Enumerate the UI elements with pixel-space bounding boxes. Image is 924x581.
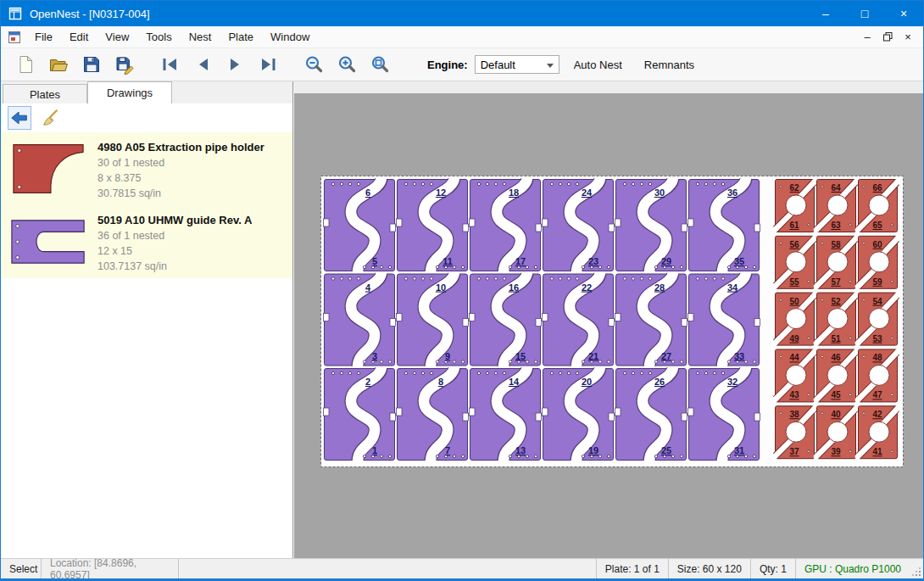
menu-window[interactable]: Window: [262, 27, 318, 47]
part-number: 30: [654, 187, 665, 198]
mdi-document-icon: [8, 31, 21, 44]
minimize-button[interactable]: –: [806, 1, 845, 26]
nest-cell-purple[interactable]: 1615: [470, 273, 542, 367]
zoom-out-button[interactable]: [303, 53, 325, 76]
nest-cell-red[interactable]: 5453: [858, 293, 898, 345]
part-number: 35: [734, 256, 744, 266]
next-plate-icon: [225, 54, 246, 75]
part-number: 32: [727, 377, 738, 387]
nest-cell-red[interactable]: 4645: [816, 349, 856, 402]
drawing-item-extraction-pipe-holder[interactable]: 4980 A05 Extraction pipe holder 30 of 1 …: [1, 132, 292, 205]
nav-last-button[interactable]: [258, 53, 280, 76]
nest-cell-purple[interactable]: 2625: [615, 367, 687, 461]
nest-cell-red[interactable]: 4847: [858, 349, 898, 402]
part-number: 60: [872, 240, 882, 249]
nest-cell-purple[interactable]: 3635: [688, 178, 760, 272]
nest-cell-red[interactable]: 5251: [816, 293, 856, 345]
menu-file[interactable]: File: [26, 27, 61, 47]
mdi-close-button[interactable]: ×: [898, 29, 918, 46]
clean-drawings-button[interactable]: [39, 106, 63, 130]
nest-cell-purple[interactable]: 21: [324, 367, 396, 461]
nest-cell-red[interactable]: 4443: [775, 349, 815, 402]
part-number: 27: [661, 351, 671, 361]
nest-cell-purple[interactable]: 3231: [688, 367, 760, 461]
drawing-item-uhmw-guide[interactable]: 5019 A10 UHMW guide Rev. A 36 of 1 neste…: [1, 205, 292, 278]
nest-cell-purple[interactable]: 3029: [615, 178, 687, 272]
part-number: 20: [582, 377, 592, 387]
part-number: 26: [654, 377, 665, 387]
save-button[interactable]: [81, 53, 103, 76]
menu-tools[interactable]: Tools: [137, 27, 180, 47]
drawing-nested-count: 36 of 1 nested: [97, 228, 252, 243]
status-plate: Plate: 1 of 1: [596, 559, 668, 578]
nav-prev-button[interactable]: [192, 53, 214, 76]
part-number: 9: [445, 351, 450, 361]
part-number: 41: [872, 447, 882, 456]
nest-cell-purple[interactable]: 2019: [543, 367, 615, 461]
plate[interactable]: 6512111817242330293635431091615222128273…: [320, 176, 904, 467]
restore-icon: [883, 32, 893, 42]
mdi-restore-button[interactable]: [877, 29, 898, 46]
zoom-fit-button[interactable]: [369, 53, 391, 76]
nest-cell-purple[interactable]: 109: [397, 273, 469, 367]
nest-cell-purple[interactable]: 65: [324, 178, 396, 272]
part-number: 5: [372, 256, 377, 266]
nest-canvas[interactable]: 6512111817242330293635431091615222128273…: [294, 81, 923, 558]
save-as-button[interactable]: [114, 53, 136, 76]
nest-cell-red[interactable]: 5655: [775, 236, 815, 288]
nest-cell-red[interactable]: 6059: [858, 236, 898, 288]
chevron-down-icon: [547, 64, 554, 68]
nest-cell-purple[interactable]: 1817: [470, 178, 542, 272]
part-number: 61: [789, 221, 799, 230]
mdi-minimize-button[interactable]: –: [857, 29, 877, 46]
remnants-button[interactable]: Remnants: [637, 53, 702, 76]
nest-cell-red[interactable]: 4241: [858, 406, 898, 459]
part-number: 4: [365, 282, 371, 293]
nest-cell-red[interactable]: 3837: [775, 406, 815, 459]
opennest-window: OpenNest - [N0317-004] – □ × File Edit V…: [0, 0, 924, 581]
menu-plate[interactable]: Plate: [220, 27, 262, 47]
engine-select[interactable]: Default: [475, 55, 559, 74]
menu-view[interactable]: View: [97, 27, 137, 47]
drawing-size: 8 x 8.375: [97, 170, 264, 186]
auto-nest-button[interactable]: Auto Nest: [566, 53, 630, 76]
nav-next-button[interactable]: [225, 53, 247, 76]
new-button[interactable]: [14, 53, 36, 76]
part-number: 64: [831, 183, 841, 193]
resize-grip[interactable]: [910, 559, 923, 578]
titlebar: OpenNest - [N0317-004] – □ ×: [1, 1, 923, 26]
app-icon: [8, 7, 22, 20]
nest-cell-purple[interactable]: 3433: [688, 273, 760, 367]
menu-nest[interactable]: Nest: [181, 27, 220, 47]
nest-cell-purple[interactable]: 43: [324, 273, 396, 367]
previous-plate-icon: [192, 54, 213, 75]
nest-cell-purple[interactable]: 1413: [470, 367, 542, 461]
tab-plates[interactable]: Plates: [3, 84, 87, 103]
zoom-in-button[interactable]: [336, 53, 358, 76]
nest-cell-red[interactable]: 6261: [775, 180, 815, 232]
nest-cell-purple[interactable]: 2221: [543, 273, 615, 367]
statusbar: Select Location: [84.8696, 60.6957] Plat…: [1, 558, 923, 578]
nest-cell-purple[interactable]: 2423: [543, 178, 615, 272]
nest-cell-red[interactable]: 4039: [816, 406, 856, 459]
nest-cell-red[interactable]: 6665: [858, 180, 898, 232]
nest-cell-red[interactable]: 5857: [816, 236, 856, 288]
part-number: 63: [831, 221, 841, 230]
part-number: 13: [515, 445, 526, 455]
close-button[interactable]: ×: [884, 1, 923, 26]
maximize-button[interactable]: □: [845, 1, 884, 26]
part-number: 36: [727, 187, 738, 198]
nav-first-button[interactable]: [159, 53, 181, 76]
nest-cell-purple[interactable]: 1211: [397, 178, 469, 272]
nest-cell-red[interactable]: 6463: [816, 180, 856, 232]
nest-cell-purple[interactable]: 2827: [615, 273, 687, 367]
part-thumbnail-purple: [9, 210, 87, 273]
import-drawing-button[interactable]: [8, 106, 31, 130]
nest-cell-red[interactable]: 5049: [775, 293, 815, 345]
nest-cell-purple[interactable]: 87: [397, 367, 469, 461]
part-number: 11: [443, 256, 453, 266]
open-button[interactable]: [47, 53, 70, 76]
menu-edit[interactable]: Edit: [61, 27, 97, 47]
tab-drawings[interactable]: Drawings: [87, 81, 172, 103]
drawing-area: 103.7137 sq/in: [97, 259, 252, 274]
